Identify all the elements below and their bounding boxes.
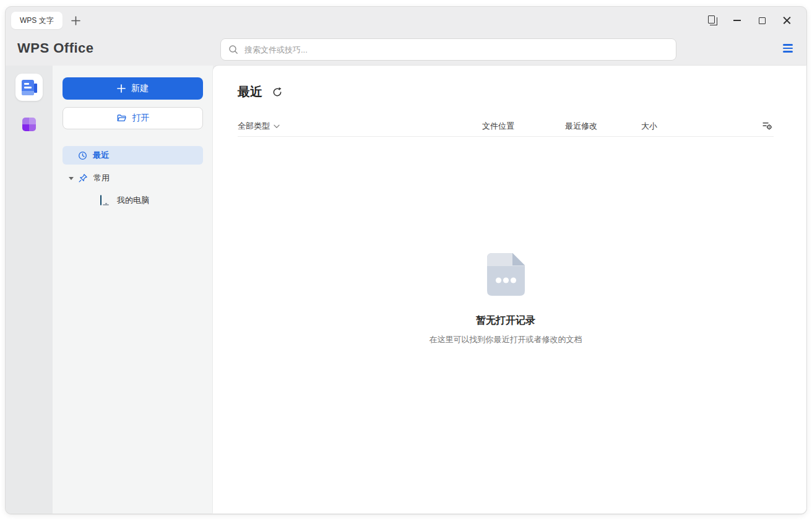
list-settings-button[interactable]	[762, 120, 772, 131]
app-rail	[6, 66, 53, 514]
new-button-label: 新建	[131, 83, 149, 94]
document-icon	[21, 80, 37, 95]
minimize-icon	[733, 20, 741, 21]
rail-item-apps[interactable]	[15, 111, 43, 138]
search-bar[interactable]	[220, 38, 676, 61]
sidebar: 新建 打开 最近	[53, 66, 213, 514]
empty-document-icon	[487, 253, 525, 296]
search-icon	[228, 45, 238, 54]
close-button[interactable]	[774, 11, 799, 30]
sidebar-item-my-computer[interactable]: 我的电脑	[63, 191, 203, 210]
sidebar-item-recent[interactable]: 最近	[63, 146, 203, 165]
folder-open-icon	[116, 113, 127, 123]
main-panel: 最近 全部类型 文件位置 最近修改 大小	[213, 66, 806, 514]
plus-icon	[117, 84, 126, 93]
sidebar-item-label: 常用	[93, 173, 110, 184]
window-mode-icon	[708, 15, 717, 26]
pin-icon	[78, 173, 88, 183]
file-type-filter[interactable]: 全部类型	[238, 121, 280, 132]
sidebar-item-common[interactable]: 常用	[63, 169, 203, 187]
header-divider	[238, 136, 774, 137]
maximize-button[interactable]	[749, 11, 774, 30]
global-menu-button[interactable]	[779, 39, 797, 58]
new-document-button[interactable]: 新建	[63, 77, 203, 100]
app-window: WPS 文字 WPS Office	[5, 6, 807, 514]
empty-state-subtitle: 在这里可以找到你最近打开或者修改的文档	[238, 334, 774, 345]
plus-icon	[71, 16, 80, 25]
chevron-down-icon	[274, 124, 280, 129]
collapse-arrow-icon[interactable]	[69, 177, 74, 180]
sidebar-item-label: 最近	[93, 150, 109, 161]
maximize-icon	[759, 17, 766, 24]
document-tab-label: WPS 文字	[20, 15, 54, 26]
empty-state-title: 暂无打开记录	[238, 314, 774, 327]
rail-item-documents[interactable]	[15, 74, 43, 101]
refresh-button[interactable]	[272, 87, 283, 98]
header: WPS Office	[6, 34, 806, 66]
open-file-button[interactable]: 打开	[63, 107, 203, 129]
clock-icon	[78, 151, 87, 160]
filter-label: 全部类型	[238, 121, 270, 132]
list-header: 全部类型 文件位置 最近修改 大小	[213, 118, 806, 136]
open-button-label: 打开	[132, 113, 150, 124]
refresh-icon	[272, 87, 283, 98]
document-tab[interactable]: WPS 文字	[11, 12, 63, 29]
body: 新建 打开 最近	[6, 66, 806, 514]
window-controls	[700, 11, 799, 30]
page-title: 最近	[238, 84, 262, 100]
titlebar: WPS 文字	[6, 7, 806, 34]
close-icon	[783, 17, 791, 25]
minimize-button[interactable]	[725, 11, 749, 30]
sidebar-item-label: 我的电脑	[117, 195, 149, 206]
search-input[interactable]	[243, 45, 668, 55]
hamburger-menu-icon	[783, 44, 793, 45]
column-header-size[interactable]: 大小	[641, 121, 657, 132]
window-mode-button[interactable]	[700, 11, 725, 30]
new-tab-button[interactable]	[66, 12, 85, 29]
app-logo: WPS Office	[17, 40, 94, 56]
computer-icon	[100, 196, 111, 205]
column-header-location[interactable]: 文件位置	[482, 121, 514, 132]
empty-state: 暂无打开记录 在这里可以找到你最近打开或者修改的文档	[238, 253, 774, 345]
apps-grid-icon	[22, 118, 36, 131]
list-settings-icon	[762, 120, 772, 131]
column-header-modified[interactable]: 最近修改	[565, 121, 597, 132]
